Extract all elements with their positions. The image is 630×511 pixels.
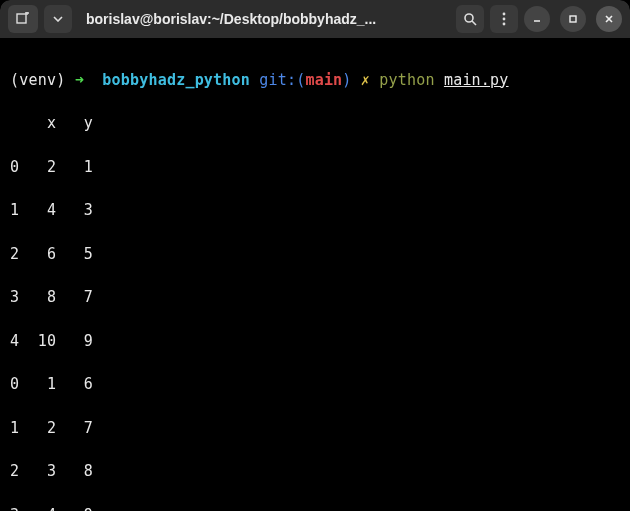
git-label: git:( (259, 71, 305, 89)
window-title: borislav@borislav:~/Desktop/bobbyhadz_..… (78, 11, 450, 27)
maximize-button[interactable] (560, 6, 586, 32)
window-titlebar: borislav@borislav:~/Desktop/bobbyhadz_..… (0, 0, 630, 38)
git-branch: main (305, 71, 342, 89)
prompt-line: (venv) ➜ bobbyhadz_python git:(main) ✗ p… (10, 70, 620, 92)
prompt-arrow-icon: ➜ (75, 71, 84, 89)
menu-button[interactable] (490, 5, 518, 33)
search-button[interactable] (456, 5, 484, 33)
svg-point-3 (465, 14, 473, 22)
table-row: 0 2 1 (10, 157, 620, 179)
svg-rect-9 (570, 16, 576, 22)
svg-point-6 (503, 18, 506, 21)
table-row: 3 4 9 (10, 505, 620, 511)
command-text: python (379, 71, 434, 89)
table-row: 4 10 9 (10, 331, 620, 353)
venv-indicator: (venv) (10, 71, 65, 89)
minimize-button[interactable] (524, 6, 550, 32)
table-row: 3 8 7 (10, 287, 620, 309)
new-tab-button[interactable] (8, 5, 38, 33)
table-row: 2 3 8 (10, 461, 620, 483)
svg-rect-0 (17, 14, 26, 23)
command-arg: main.py (444, 71, 509, 89)
table-row: 2 6 5 (10, 244, 620, 266)
table-header: x y (10, 113, 620, 135)
svg-line-4 (472, 21, 476, 25)
table-row: 1 4 3 (10, 200, 620, 222)
cwd-label: bobbyhadz_python (102, 71, 250, 89)
git-label-close: ) (342, 71, 351, 89)
table-row: 0 1 6 (10, 374, 620, 396)
svg-point-7 (503, 23, 506, 26)
terminal-body[interactable]: (venv) ➜ bobbyhadz_python git:(main) ✗ p… (0, 38, 630, 511)
table-row: 1 2 7 (10, 418, 620, 440)
tab-dropdown-button[interactable] (44, 5, 72, 33)
svg-point-5 (503, 13, 506, 16)
close-button[interactable] (596, 6, 622, 32)
git-dirty-icon: ✗ (361, 71, 370, 89)
